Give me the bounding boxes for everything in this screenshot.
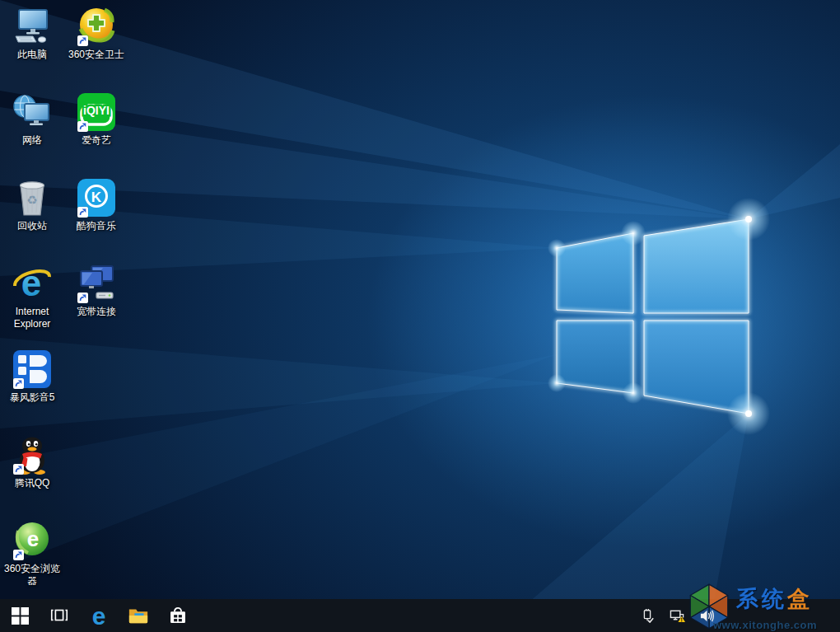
desktop-icon-label: 暴风影音5: [10, 391, 55, 404]
taskbar: e: [0, 599, 840, 632]
svg-text:K: K: [91, 190, 102, 205]
desktop-icon-360-safe[interactable]: 360安全卫士: [64, 7, 128, 61]
task-view-icon: [49, 606, 69, 625]
shortcut-arrow-icon: [77, 35, 88, 46]
desktop-icon-label: 宽带连接: [77, 306, 116, 318]
watermark-site-name: 系统盒: [736, 584, 813, 614]
kugou-music-icon: K: [77, 178, 116, 218]
iqiyi-icon: iQIYI: [77, 92, 116, 132]
desktop: 此电脑 360安全卫士: [0, 0, 840, 632]
edge-icon: e: [88, 605, 110, 626]
shortcut-arrow-icon: [77, 121, 88, 132]
desktop-icon-label: 回收站: [17, 220, 47, 232]
desktop-icon-kugou-music[interactable]: K 酷狗音乐: [64, 178, 128, 232]
svg-text:e: e: [27, 527, 39, 551]
network-icon: [12, 92, 52, 132]
internet-explorer-icon: e: [12, 264, 52, 303]
volume-icon: [699, 608, 715, 624]
start-button[interactable]: [0, 599, 40, 632]
desktop-icon-label: 酷狗音乐: [77, 220, 116, 232]
shortcut-arrow-icon: [13, 550, 24, 560]
broadband-icon: [77, 264, 116, 303]
desktop-icon-label: 腾讯QQ: [15, 477, 50, 489]
usb-tray-button[interactable]: [639, 607, 656, 624]
task-view-button[interactable]: [40, 599, 79, 632]
system-tray: [639, 599, 715, 632]
desktop-icon-baofeng-player-5[interactable]: 暴风影音5: [0, 349, 64, 404]
desktop-icon-internet-explorer[interactable]: e Internet Explorer: [0, 264, 64, 330]
360-browser-icon: e: [12, 521, 52, 560]
network-tray-button[interactable]: [669, 607, 685, 624]
svg-text:e: e: [92, 605, 106, 626]
watermark-site-url: www.xitonghe.com: [713, 619, 817, 631]
baofeng-player-icon: [12, 349, 52, 389]
qq-penguin-icon: [12, 435, 52, 475]
desktop-icon-label: 此电脑: [17, 49, 47, 61]
usb-icon: [640, 608, 655, 623]
desktop-icon-iqiyi[interactable]: iQIYI 爱奇艺: [64, 92, 128, 147]
network-warning-icon: [670, 608, 685, 624]
desktop-icon-360-browser[interactable]: e 360安全浏览器: [0, 521, 64, 588]
edge-button[interactable]: e: [79, 599, 119, 632]
desktop-icon-broadband[interactable]: 宽带连接: [64, 264, 128, 318]
desktop-icon-label: 360安全浏览器: [0, 563, 64, 588]
svg-text:♻: ♻: [26, 193, 37, 207]
store-button[interactable]: [158, 599, 198, 632]
file-explorer-icon: [128, 606, 149, 625]
desktop-icon-network[interactable]: 网络: [0, 92, 64, 147]
desktop-icon-label: 网络: [22, 134, 42, 147]
desktop-icon-recycle-bin[interactable]: ♻ 回收站: [0, 178, 64, 232]
this-pc-icon: [12, 7, 52, 46]
desktop-icon-tencent-qq[interactable]: 腾讯QQ: [0, 435, 64, 489]
shortcut-arrow-icon: [13, 378, 24, 389]
recycle-bin-icon: ♻: [12, 178, 52, 218]
shortcut-arrow-icon: [13, 464, 24, 475]
shortcut-arrow-icon: [77, 207, 88, 218]
svg-text:iQIYI: iQIYI: [83, 104, 110, 117]
desktop-icon-label: 360安全卫士: [68, 49, 124, 61]
desktop-icon-this-pc[interactable]: 此电脑: [0, 7, 64, 61]
desktop-icon-label: Internet Explorer: [0, 306, 64, 330]
volume-tray-button[interactable]: [698, 607, 715, 624]
file-explorer-button[interactable]: [119, 599, 158, 632]
start-icon: [12, 607, 29, 625]
store-icon: [167, 605, 189, 626]
shortcut-arrow-icon: [77, 293, 88, 303]
desktop-icon-label: 爱奇艺: [82, 134, 111, 147]
360-safe-icon: [77, 7, 116, 46]
